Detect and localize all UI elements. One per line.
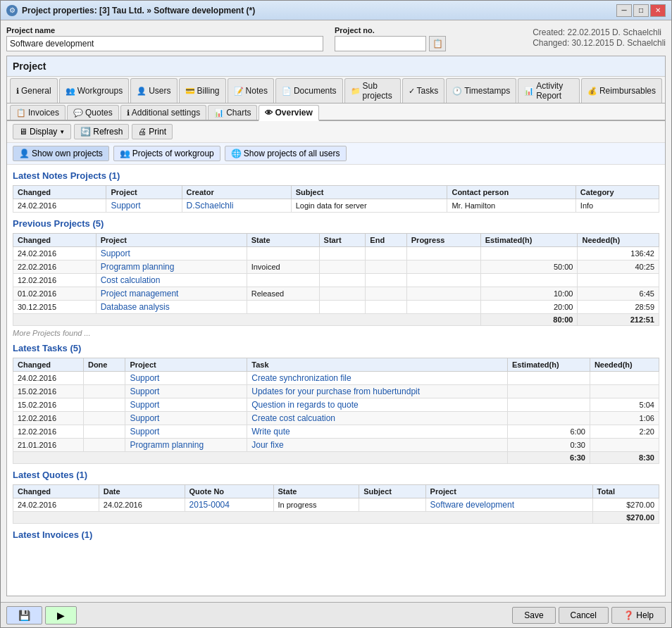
project-header-text: Project [13, 61, 46, 72]
tab-reimbursables[interactable]: 💰Reimbursables [581, 78, 662, 103]
tab-users[interactable]: 👤Users [130, 78, 177, 103]
pp-row0-start [319, 247, 366, 260]
maximize-button[interactable]: □ [633, 4, 649, 17]
lt-r3-project: Support [125, 412, 247, 425]
save-button[interactable]: Save [512, 607, 555, 624]
title-bar: ⚙ Project properties: [3] Tau Ltd. » Sof… [1, 1, 671, 20]
pp-row2-changed: 12.02.2016 [13, 274, 97, 287]
lt-project-link-4[interactable]: Support [130, 427, 159, 437]
tab-subprojects[interactable]: 📁Sub projects [344, 78, 401, 103]
display-button[interactable]: 🖥 Display ▼ [13, 124, 71, 139]
save-icon-button[interactable]: 💾 [6, 606, 42, 624]
lq-quoteno-link[interactable]: 2015-0004 [189, 500, 230, 510]
lt-r5-done [83, 439, 125, 452]
notes-creator-link[interactable]: D.Schaelchli [187, 201, 234, 211]
tab-workgroups[interactable]: 👥Workgroups [59, 78, 129, 103]
latest-notes-table: Changed Project Creator Subject Contact … [13, 185, 659, 213]
lt-r0-task: Create synchronization file [247, 372, 508, 385]
timestamps-icon: 🕐 [452, 87, 462, 96]
lq-project-link[interactable]: Software development [430, 500, 514, 510]
tab-quotes[interactable]: 💬Quotes [67, 105, 119, 120]
project-no-label: Project no. [335, 26, 446, 34]
lt-col-task: Task [247, 358, 508, 372]
notes-project-link[interactable]: Support [111, 201, 140, 211]
general-icon: ℹ [16, 87, 19, 96]
projects-of-workgroup-button[interactable]: 👥 Projects of workgroup [113, 146, 220, 161]
notes-col-category: Category [575, 186, 659, 199]
pp-col-end: End [366, 234, 406, 247]
pp-col-progress: Progress [406, 234, 480, 247]
lt-r3-needed: 1:06 [590, 412, 659, 425]
more-projects-link[interactable]: More Projects found ... [13, 329, 659, 337]
tab-additionalsettings[interactable]: ℹAdditional settings [120, 105, 206, 120]
tab-general[interactable]: ℹGeneral [10, 78, 58, 103]
latest-quotes-title: Latest Quotes (1) [13, 470, 659, 480]
tab-activityreport[interactable]: 📊Activity Report [518, 78, 580, 103]
lt-task-link-3[interactable]: Create cost calcuation [251, 413, 335, 423]
lt-summary-estimated: 6:30 [508, 452, 590, 464]
pp-project-link-0[interactable]: Support [101, 249, 130, 258]
lt-task-link-1[interactable]: Updates for your purchase from hubertund… [251, 387, 420, 396]
documents-icon: 📄 [282, 87, 292, 96]
lt-r2-changed: 15.02.2016 [13, 398, 84, 412]
main-window: ⚙ Project properties: [3] Tau Ltd. » Sof… [0, 0, 672, 628]
table-row: 15.02.2016 Support Updates for your purc… [13, 385, 659, 398]
pp-project-link-4[interactable]: Database analysis [101, 302, 170, 312]
close-button[interactable]: ✕ [650, 4, 666, 17]
lt-project-link-5[interactable]: Programm planning [130, 440, 204, 450]
tab-timestamps[interactable]: 🕐Timestamps [446, 78, 516, 103]
pp-project-link-3[interactable]: Project management [101, 289, 179, 299]
minimize-button[interactable]: ─ [616, 4, 632, 17]
lq-col-state: State [273, 485, 359, 498]
lt-project-link-2[interactable]: Support [130, 400, 159, 410]
lq-summary-row: $270.00 [13, 512, 659, 524]
help-button[interactable]: ❓ Help [611, 607, 666, 624]
notes-row-changed: 24.02.2016 [13, 199, 106, 213]
table-row: 24.02.2016 Support 136:42 [13, 247, 659, 260]
tab-billing[interactable]: 💳Billing [179, 78, 226, 103]
own-projects-icon: 👤 [19, 149, 30, 158]
project-no-input[interactable] [335, 36, 426, 51]
tab-invoices[interactable]: 📋Invoices [10, 105, 66, 120]
activityreport-icon: 📊 [524, 87, 534, 96]
lt-task-link-2[interactable]: Question in regards to quote [251, 400, 358, 410]
lt-task-link-5[interactable]: Jour fixe [251, 440, 283, 450]
pp-row1-estimated: 50:00 [480, 260, 578, 274]
lt-project-link-3[interactable]: Support [130, 413, 159, 423]
subprojects-icon: 📁 [351, 87, 361, 96]
tab-charts[interactable]: 📊Charts [208, 105, 257, 120]
bottom-bar: 💾 ▶ Save Cancel ❓ Help [1, 602, 671, 627]
dropdown-arrow-icon: ▼ [59, 129, 65, 135]
table-row: 12.02.2016 Support Create cost calcuatio… [13, 412, 659, 425]
table-row: 12.02.2016 Cost calculation [13, 274, 659, 287]
show-own-projects-button[interactable]: 👤 Show own projects [13, 146, 109, 161]
content-area: Project name Project no. 📋 Created: 22.0… [1, 20, 671, 602]
pp-project-link-2[interactable]: Cost calculation [101, 275, 161, 285]
lt-r5-needed [590, 439, 659, 452]
notes-col-project: Project [106, 186, 182, 199]
show-all-users-button[interactable]: 🌐 Show projects of all users [225, 146, 347, 161]
run-button[interactable]: ▶ [45, 606, 77, 624]
lq-r0-quoteno: 2015-0004 [185, 498, 273, 512]
project-name-input[interactable] [6, 36, 323, 51]
lt-task-link-0[interactable]: Create synchronization file [251, 373, 351, 383]
previous-projects-table: Changed Project State Start End Progress… [13, 233, 659, 326]
refresh-button[interactable]: 🔄 Refresh [74, 124, 129, 139]
cancel-button[interactable]: Cancel [559, 607, 609, 624]
tab-overview[interactable]: 👁Overview [259, 105, 318, 121]
pp-row3-end [366, 287, 406, 301]
tab-documents[interactable]: 📄Documents [275, 78, 343, 103]
lt-summary-row: 6:30 8:30 [13, 452, 659, 464]
pp-project-link-1[interactable]: Programm planning [101, 262, 175, 272]
tab-notes[interactable]: 📝Notes [228, 78, 274, 103]
tab-tasks[interactable]: ✓Tasks [402, 78, 445, 103]
lt-project-link-1[interactable]: Support [130, 387, 159, 396]
lt-project-link-0[interactable]: Support [130, 373, 159, 383]
project-no-browse-button[interactable]: 📋 [429, 36, 446, 51]
previous-projects-title: Previous Projects (5) [13, 218, 659, 229]
table-row: 22.02.2016 Programm planning Invoiced 50… [13, 260, 659, 274]
changed-text: Changed: 30.12.2015 D. Schaelchli [533, 38, 666, 48]
lq-r0-state: In progress [273, 498, 359, 512]
lt-task-link-4[interactable]: Write qute [251, 427, 290, 437]
print-button[interactable]: 🖨 Print [132, 124, 173, 139]
